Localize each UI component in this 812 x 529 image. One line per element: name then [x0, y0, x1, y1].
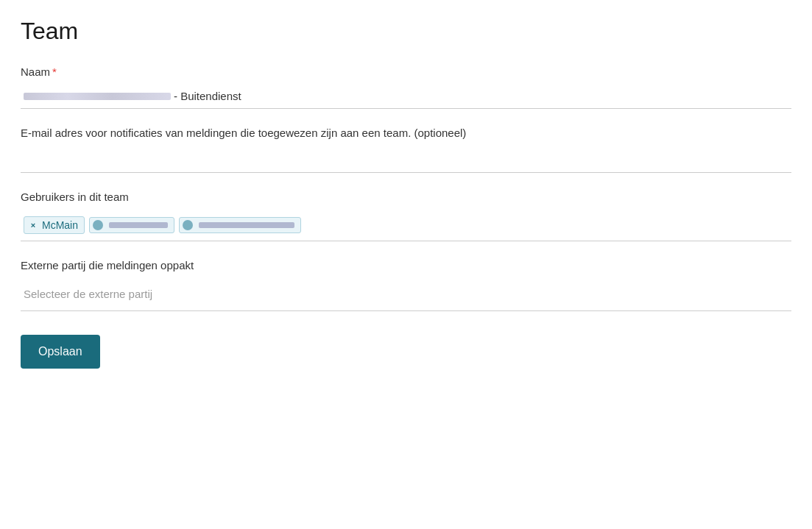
naam-field-group: Naam* - Buitendienst — [21, 65, 791, 109]
tag-mcmain-label: McMain — [42, 219, 78, 231]
externe-placeholder-text: Selecteer de externe partij — [24, 288, 152, 300]
email-input[interactable] — [21, 145, 791, 173]
tag-blurred-1-icon — [93, 220, 103, 230]
naam-label-text: Naam — [21, 65, 50, 78]
email-field-group: E-mail adres voor notificaties van meldi… — [21, 127, 791, 173]
page-title: Team — [21, 18, 791, 45]
externe-label: Externe partij die meldingen oppakt — [21, 259, 791, 271]
naam-input-container[interactable]: - Buitendienst — [21, 84, 791, 109]
tag-blurred-1[interactable] — [89, 217, 174, 233]
tag-blurred-1-text — [109, 222, 168, 228]
tag-blurred-2-icon — [183, 220, 193, 230]
naam-label: Naam* — [21, 65, 791, 78]
externe-select[interactable]: Selecteer de externe partij — [21, 277, 791, 311]
gebruikers-label: Gebruikers in dit team — [21, 191, 791, 203]
save-button[interactable]: Opslaan — [21, 335, 100, 369]
tag-mcmain-remove[interactable]: × — [27, 219, 39, 231]
required-indicator: * — [52, 65, 57, 78]
naam-suffix: - Buitendienst — [174, 90, 241, 102]
tag-blurred-2-text — [199, 222, 294, 228]
gebruikers-input[interactable]: × McMain — [21, 209, 791, 241]
tag-mcmain[interactable]: × McMain — [24, 216, 85, 234]
naam-blurred-value — [24, 93, 171, 100]
tag-blurred-2[interactable] — [179, 217, 301, 233]
email-label: E-mail adres voor notificaties van meldi… — [21, 127, 791, 139]
externe-field-group: Externe partij die meldingen oppakt Sele… — [21, 259, 791, 311]
gebruikers-field-group: Gebruikers in dit team × McMain — [21, 191, 791, 241]
